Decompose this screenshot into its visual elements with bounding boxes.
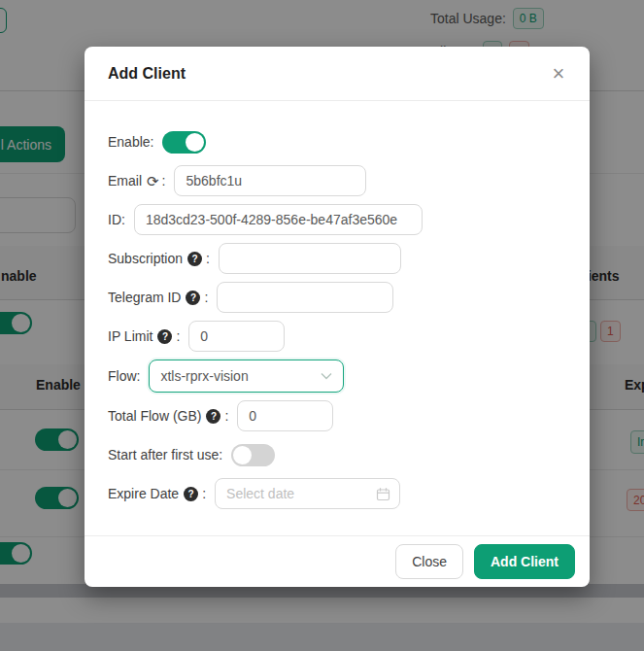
help-icon[interactable]: ? — [157, 329, 172, 344]
add-client-button[interactable]: Add Client — [474, 544, 575, 579]
field-row-subscription: Subscription ? : — [108, 243, 566, 274]
field-row-flow: Flow: xtls-rprx-vision — [108, 360, 566, 393]
id-input[interactable] — [134, 204, 423, 235]
enable-label: Enable: — [108, 134, 153, 150]
help-icon[interactable]: ? — [186, 291, 200, 305]
total-flow-label-colon: : — [224, 408, 228, 424]
toggle-knob — [233, 446, 252, 464]
start-after-label: Start after first use: — [108, 447, 222, 463]
email-label-colon: : — [162, 173, 166, 188]
subscription-input[interactable] — [219, 243, 401, 274]
field-row-id: ID: — [108, 204, 566, 235]
field-row-total-flow: Total Flow (GB) ? : — [108, 400, 566, 431]
refresh-email-icon[interactable]: ⟳ — [147, 174, 159, 188]
field-row-ip-limit: IP Limit ? : — [108, 321, 566, 352]
close-button[interactable]: Close — [395, 544, 463, 579]
id-label: ID: — [108, 212, 125, 227]
field-row-enable: Enable: — [108, 126, 566, 157]
expire-date-input[interactable] — [215, 478, 400, 509]
field-row-email: Email ⟳ : — [108, 165, 566, 196]
flow-select[interactable]: xtls-rprx-vision — [149, 360, 344, 393]
ip-limit-label: IP Limit — [108, 328, 153, 344]
ip-limit-input[interactable] — [188, 321, 285, 352]
modal-title: Add Client — [108, 65, 186, 83]
start-after-first-use-toggle[interactable] — [231, 444, 275, 466]
telegram-label-colon: : — [204, 290, 208, 305]
modal-header: Add Client × — [85, 47, 590, 101]
expire-date-label-colon: : — [202, 486, 206, 501]
field-row-start-after: Start after first use: — [108, 439, 566, 470]
field-row-expire-date: Expire Date ? : — [108, 478, 566, 509]
flow-label: Flow: — [108, 368, 140, 384]
enable-toggle[interactable] — [162, 131, 206, 154]
chevron-down-icon — [321, 372, 332, 380]
add-client-modal: Add Client × Enable: Email ⟳ : ID: Subsc… — [85, 47, 590, 587]
help-icon[interactable]: ? — [206, 409, 220, 424]
email-label: Email — [108, 173, 142, 188]
email-input[interactable] — [174, 165, 366, 196]
total-flow-label: Total Flow (GB) — [108, 408, 201, 424]
help-icon[interactable]: ? — [184, 487, 198, 501]
subscription-label-colon: : — [206, 251, 210, 266]
ip-limit-label-colon: : — [176, 328, 180, 344]
close-icon[interactable]: × — [545, 60, 572, 87]
help-icon[interactable]: ? — [187, 252, 202, 266]
modal-body: Enable: Email ⟳ : ID: Subscription ? : T… — [85, 101, 590, 535]
toggle-knob — [186, 133, 204, 152]
field-row-telegram: Telegram ID ? : — [108, 282, 566, 313]
subscription-label: Subscription — [108, 251, 183, 266]
expire-date-label: Expire Date — [108, 486, 179, 501]
modal-footer: Close Add Client — [85, 535, 590, 587]
telegram-label: Telegram ID — [108, 290, 181, 305]
total-flow-input[interactable] — [237, 400, 333, 431]
flow-select-value: xtls-rprx-vision — [160, 368, 248, 384]
telegram-id-input[interactable] — [217, 282, 393, 313]
